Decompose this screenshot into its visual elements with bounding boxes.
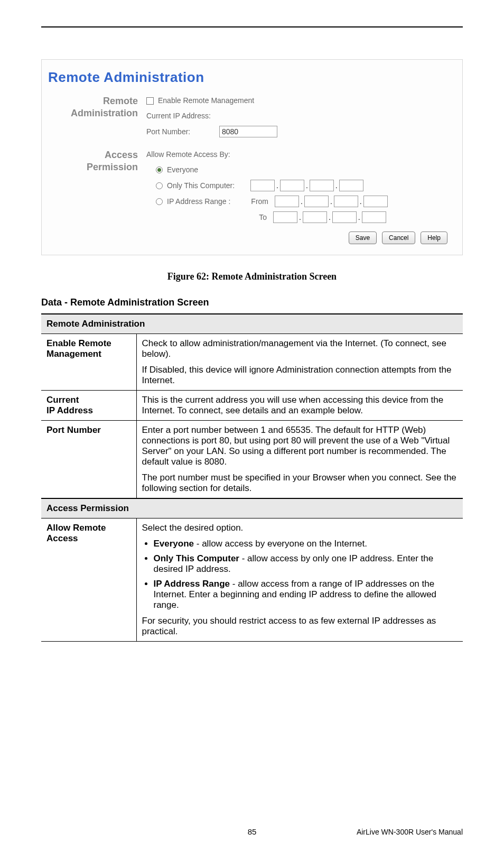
port-number-label: Port Number: — [146, 126, 215, 137]
remote-admin-screenshot: Remote Administration Remote Administrat… — [41, 59, 463, 255]
page-footer: 85 AirLive WN-300R User's Manual — [41, 827, 463, 836]
enable-remote-checkbox[interactable] — [146, 97, 154, 105]
row-enable-label: Enable Remote Management — [41, 334, 136, 391]
radio-everyone[interactable] — [156, 166, 163, 173]
enable-remote-label: Enable Remote Management — [158, 95, 254, 106]
only-ip-oct1[interactable] — [250, 180, 275, 191]
doc-title: AirLive WN-300R User's Manual — [322, 828, 463, 836]
only-ip-oct4[interactable] — [339, 180, 363, 191]
table-section-access-permission: Access Permission — [41, 498, 463, 518]
data-heading: Data - Remote Administration Screen — [41, 297, 463, 308]
row-enable-desc: Check to allow administration/management… — [136, 334, 463, 391]
radio-everyone-label: Everyone — [167, 164, 198, 175]
radio-ip-range[interactable] — [156, 198, 163, 205]
to-ip-oct3[interactable] — [332, 211, 357, 223]
from-ip-oct1[interactable] — [275, 196, 299, 207]
top-rule — [41, 26, 463, 27]
to-ip-oct1[interactable] — [273, 211, 297, 223]
to-ip-oct4[interactable] — [362, 211, 386, 223]
to-label: To — [244, 212, 267, 223]
row-port-desc: Enter a port number between 1 and 65535.… — [136, 421, 463, 499]
screenshot-title: Remote Administration — [48, 69, 452, 86]
port-number-input[interactable] — [219, 126, 277, 137]
save-button[interactable]: Save — [349, 231, 377, 244]
to-ip-oct2[interactable] — [303, 211, 327, 223]
figure-caption: Figure 62: Remote Administration Screen — [41, 271, 463, 282]
from-ip-oct2[interactable] — [304, 196, 329, 207]
only-ip-oct2[interactable] — [280, 180, 304, 191]
radio-only-label: Only This Computer: — [167, 180, 246, 191]
row-allow-desc: Select the desired option. Everyone - al… — [136, 518, 463, 642]
from-ip-group: . . . — [275, 196, 388, 207]
section-access-permission-label: Access Permission — [46, 149, 141, 244]
from-label: From — [245, 196, 268, 207]
cancel-button[interactable]: Cancel — [382, 231, 415, 244]
radio-only-this-computer[interactable] — [156, 182, 163, 189]
row-currentip-desc: This is the current address you will use… — [136, 391, 463, 421]
data-table: Remote Administration Enable Remote Mana… — [41, 313, 463, 642]
allow-remote-access-label: Allow Remote Access By: — [146, 149, 452, 160]
from-ip-oct4[interactable] — [363, 196, 388, 207]
only-ip-oct3[interactable] — [310, 180, 334, 191]
row-allow-label: Allow Remote Access — [41, 518, 136, 642]
radio-range-label: IP Address Range : — [167, 196, 241, 207]
page-number: 85 — [182, 827, 322, 836]
from-ip-oct3[interactable] — [334, 196, 358, 207]
row-port-label: Port Number — [41, 421, 136, 499]
to-ip-group: . . . — [273, 211, 386, 223]
only-ip-group: . . . — [250, 180, 363, 191]
section-remote-admin-label: Remote Administration — [46, 95, 141, 142]
current-ip-label: Current IP Address: — [146, 110, 211, 122]
help-button[interactable]: Help — [421, 231, 447, 244]
row-currentip-label: Current IP Address — [41, 391, 136, 421]
table-section-remote-admin: Remote Administration — [41, 314, 463, 334]
